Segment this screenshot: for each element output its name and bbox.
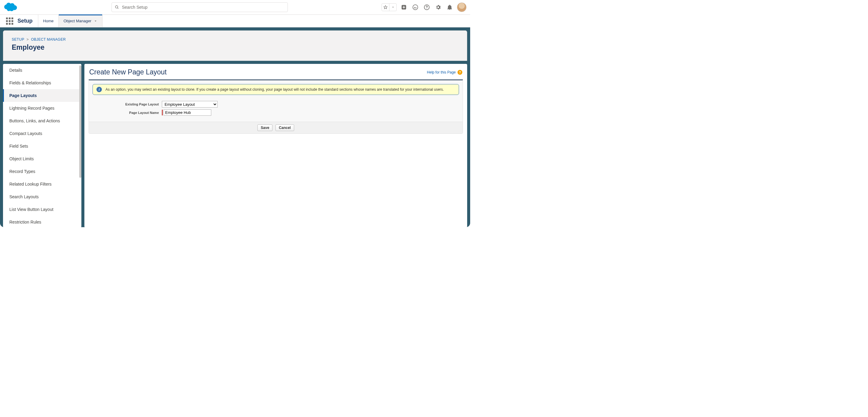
breadcrumb-sep: > bbox=[27, 37, 29, 41]
label-page-layout-name: Page Layout Name bbox=[93, 111, 162, 115]
breadcrumb-object-manager[interactable]: OBJECT MANAGER bbox=[31, 37, 66, 41]
sidebar: DetailsFields & RelationshipsPage Layout… bbox=[3, 64, 82, 227]
trailhead-icon[interactable] bbox=[411, 3, 420, 11]
sidebar-item[interactable]: Page Layouts bbox=[3, 89, 82, 102]
object-title: Employee bbox=[12, 43, 458, 52]
search-input[interactable] bbox=[122, 5, 284, 10]
svg-line-1 bbox=[117, 8, 118, 9]
sidebar-item[interactable]: Record Types bbox=[3, 165, 82, 178]
form-rows: Existing Page Layout Employee Layout Pag… bbox=[89, 98, 463, 122]
nav-tab-label: Object Manager bbox=[64, 19, 92, 23]
classic-form-block: i As an option, you may select an existi… bbox=[89, 79, 463, 134]
form-row-page-layout-name: Page Layout Name bbox=[93, 109, 459, 116]
nav-tab-object-manager[interactable]: Object Manager bbox=[59, 15, 103, 27]
main-header: Create New Page Layout Help for this Pag… bbox=[89, 67, 463, 79]
sidebar-item[interactable]: Compact Layouts bbox=[3, 127, 82, 140]
existing-page-layout-select[interactable]: Employee Layout bbox=[162, 101, 218, 107]
main-panel: Create New Page Layout Help for this Pag… bbox=[84, 64, 467, 227]
sidebar-item[interactable]: Search Layouts bbox=[3, 190, 82, 203]
app-launcher-icon bbox=[6, 18, 13, 25]
info-banner: i As an option, you may select an existi… bbox=[93, 84, 459, 95]
button-bar: Save Cancel bbox=[89, 122, 463, 133]
sidebar-item[interactable]: Object Limits bbox=[3, 153, 82, 165]
save-button[interactable]: Save bbox=[257, 124, 273, 131]
sidebar-scrollbar[interactable] bbox=[79, 65, 82, 226]
app-nav: Setup Home Object Manager bbox=[0, 15, 470, 27]
page-title: Create New Page Layout bbox=[89, 68, 167, 76]
sidebar-item[interactable]: Related Lookup Filters bbox=[3, 178, 82, 190]
page-layout-name-input[interactable] bbox=[164, 109, 211, 116]
content-frame: SETUP > OBJECT MANAGER Employee DetailsF… bbox=[0, 27, 470, 227]
nav-tab-label: Home bbox=[43, 19, 54, 23]
app-launcher-button[interactable] bbox=[4, 15, 16, 27]
sidebar-item[interactable]: Restriction Rules bbox=[3, 216, 82, 227]
app-name: Setup bbox=[16, 15, 38, 27]
help-icon[interactable] bbox=[423, 3, 431, 11]
notifications-bell-icon[interactable] bbox=[445, 3, 454, 11]
sidebar-item[interactable]: Buttons, Links, and Actions bbox=[3, 115, 82, 127]
sidebar-item[interactable]: Field Sets bbox=[3, 140, 82, 153]
svg-point-4 bbox=[413, 5, 418, 10]
favorites-button[interactable] bbox=[381, 3, 397, 11]
help-for-this-page-link[interactable]: Help for this Page ? bbox=[427, 70, 462, 75]
label-existing-page-layout: Existing Page Layout bbox=[93, 102, 162, 106]
info-banner-text: As an option, you may select an existing… bbox=[105, 87, 444, 92]
user-avatar[interactable] bbox=[457, 2, 467, 12]
sidebar-item[interactable]: Fields & Relationships bbox=[3, 76, 82, 89]
svg-marker-2 bbox=[384, 5, 387, 9]
chevron-down-icon[interactable] bbox=[389, 4, 396, 11]
form-row-existing-layout: Existing Page Layout Employee Layout bbox=[93, 101, 459, 107]
sidebar-item[interactable]: Details bbox=[3, 64, 82, 76]
sidebar-item[interactable]: Lightning Record Pages bbox=[3, 102, 82, 115]
content-row: DetailsFields & RelationshipsPage Layout… bbox=[3, 64, 467, 227]
search-icon bbox=[115, 5, 119, 9]
global-create-button[interactable] bbox=[400, 3, 408, 11]
page-header: SETUP > OBJECT MANAGER Employee bbox=[3, 30, 467, 61]
global-header bbox=[0, 0, 470, 15]
salesforce-cloud-logo[interactable] bbox=[4, 2, 18, 12]
help-icon: ? bbox=[458, 70, 462, 75]
info-icon: i bbox=[96, 87, 102, 92]
chevron-down-icon bbox=[94, 19, 97, 23]
nav-tab-home[interactable]: Home bbox=[38, 15, 59, 27]
breadcrumb-setup[interactable]: SETUP bbox=[12, 37, 24, 41]
breadcrumb: SETUP > OBJECT MANAGER bbox=[12, 37, 458, 41]
sidebar-scrollbar-thumb[interactable] bbox=[79, 65, 82, 178]
svg-point-6 bbox=[427, 8, 427, 9]
header-actions bbox=[381, 2, 467, 12]
global-search[interactable] bbox=[112, 2, 288, 12]
svg-point-0 bbox=[115, 6, 118, 8]
sidebar-item[interactable]: List View Button Layout bbox=[3, 203, 82, 216]
setup-gear-icon[interactable] bbox=[434, 3, 442, 11]
star-icon[interactable] bbox=[382, 4, 389, 11]
search-wrap bbox=[18, 2, 381, 12]
cancel-button[interactable]: Cancel bbox=[276, 124, 294, 131]
help-link-label: Help for this Page bbox=[427, 70, 456, 74]
